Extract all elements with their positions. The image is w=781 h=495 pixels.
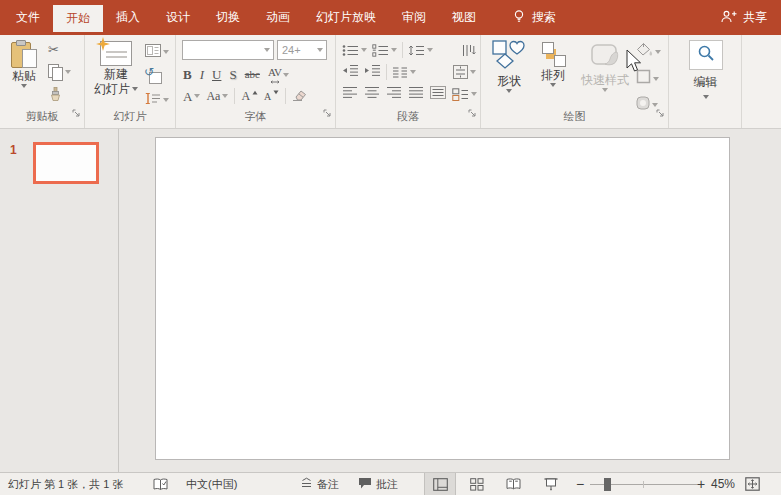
quick-styles-button[interactable]: 快速样式 — [577, 43, 633, 92]
slide-number: 1 — [10, 143, 17, 157]
tab-slideshow[interactable]: 幻灯片放映 — [303, 0, 389, 35]
tab-transitions[interactable]: 切换 — [203, 0, 253, 35]
strikethrough-button[interactable]: abc — [245, 67, 260, 82]
slides-group-label: 幻灯片 — [85, 109, 175, 124]
editing-label: 编辑 — [669, 75, 742, 89]
normal-view-button[interactable] — [424, 473, 456, 495]
font-name-combo[interactable] — [182, 40, 274, 60]
quick-styles-label: 快速样式 — [581, 73, 629, 87]
zoom-in-button[interactable]: + — [697, 473, 705, 495]
align-center-button[interactable] — [364, 85, 380, 103]
status-bar: 幻灯片 第 1 张，共 1 张 中文(中国) 备注 批注 − + 45% — [0, 472, 781, 495]
underline-button[interactable]: U — [212, 67, 221, 82]
new-slide-button[interactable]: 新建 幻灯片 — [90, 41, 142, 96]
drawing-dialog-launcher[interactable] — [656, 104, 665, 122]
drawing-group-label: 绘图 — [481, 109, 668, 124]
reset-slide-button[interactable]: ↺ — [145, 69, 162, 83]
format-painter-icon — [48, 87, 62, 106]
slideshow-view-button[interactable] — [535, 473, 567, 495]
zoom-out-button[interactable]: − — [576, 473, 584, 495]
text-direction-button[interactable] — [461, 44, 476, 57]
zoom-level[interactable]: 45% — [711, 473, 735, 495]
columns-button[interactable] — [392, 66, 416, 79]
character-spacing-button[interactable]: AV — [268, 65, 289, 84]
align-right-button[interactable] — [386, 85, 402, 103]
font-group: 24+ B I U S abc AV A Aa A A — [176, 35, 336, 128]
comments-button[interactable]: 批注 — [358, 473, 398, 495]
reading-view-button[interactable] — [497, 473, 529, 495]
search-label: 搜索 — [532, 9, 556, 26]
paragraph-group: 段落 — [336, 35, 481, 128]
clipboard-group: 粘贴 ✂ 剪贴板 — [0, 35, 85, 128]
font-color-button[interactable]: A — [183, 89, 200, 104]
share-person-icon — [721, 10, 737, 26]
numbering-button[interactable] — [372, 44, 397, 57]
paragraph-group-label: 段落 — [336, 109, 480, 124]
tab-design[interactable]: 设计 — [153, 0, 203, 35]
decrease-indent-button[interactable] — [342, 63, 359, 81]
distribute-button[interactable] — [430, 85, 446, 103]
section-button[interactable] — [145, 91, 169, 109]
language-button[interactable]: 中文(中国) — [186, 473, 237, 495]
cut-icon: ✂ — [48, 43, 59, 57]
tab-view[interactable]: 视图 — [439, 0, 489, 35]
paste-button[interactable]: 粘贴 — [5, 40, 43, 88]
zoom-slider-thumb[interactable] — [604, 478, 611, 491]
notes-icon — [300, 477, 313, 491]
slide-layout-icon — [145, 43, 161, 61]
clipboard-dialog-launcher[interactable] — [72, 104, 81, 122]
paragraph-dialog-launcher[interactable] — [468, 104, 477, 122]
text-shadow-button[interactable]: S — [229, 67, 236, 82]
workspace: 1 — [0, 129, 781, 472]
share-button[interactable]: 共享 — [721, 0, 767, 35]
new-slide-icon — [100, 41, 132, 66]
tab-file[interactable]: 文件 — [3, 0, 53, 35]
slide-thumbnail-panel: 1 — [0, 129, 119, 472]
grow-font-button[interactable]: A — [241, 89, 258, 104]
shapes-label: 形状 — [497, 74, 521, 88]
comments-icon — [358, 477, 372, 491]
spellcheck-button[interactable] — [153, 473, 168, 495]
shapes-icon — [492, 40, 526, 73]
convert-smartart-button[interactable] — [452, 88, 477, 101]
justify-button[interactable] — [408, 85, 424, 103]
tab-home[interactable]: 开始 — [53, 5, 103, 32]
line-spacing-button[interactable] — [408, 44, 433, 57]
paste-icon — [11, 40, 37, 68]
arrange-button[interactable]: 排列 — [533, 42, 573, 87]
font-size-combo[interactable]: 24+ — [277, 40, 327, 60]
tab-animations[interactable]: 动画 — [253, 0, 303, 35]
slide-canvas[interactable] — [155, 137, 730, 460]
notes-button[interactable]: 备注 — [300, 473, 339, 495]
bold-button[interactable]: B — [183, 67, 192, 82]
clear-formatting-button[interactable] — [292, 87, 307, 105]
new-slide-label-line2: 幻灯片 — [94, 82, 130, 96]
slide-sorter-view-button[interactable] — [461, 473, 493, 495]
shrink-font-button[interactable]: A — [264, 89, 279, 104]
shapes-button[interactable]: 形状 — [489, 40, 529, 93]
arrange-label: 排列 — [541, 68, 565, 82]
slide-thumbnail[interactable] — [33, 142, 99, 184]
copy-button[interactable] — [48, 64, 71, 80]
increase-indent-button[interactable] — [364, 63, 381, 81]
cut-button[interactable]: ✂ — [48, 43, 59, 57]
font-group-label: 字体 — [176, 109, 335, 124]
tab-insert[interactable]: 插入 — [103, 0, 153, 35]
share-label: 共享 — [743, 9, 767, 26]
align-text-button[interactable] — [453, 65, 476, 79]
tab-review[interactable]: 审阅 — [389, 0, 439, 35]
arrange-icon — [541, 42, 566, 67]
align-left-button[interactable] — [342, 85, 358, 103]
bullets-button[interactable] — [342, 44, 367, 57]
fit-slide-button[interactable] — [745, 473, 760, 495]
tell-me-search[interactable]: 搜索 — [499, 0, 569, 35]
font-dialog-launcher[interactable] — [323, 104, 332, 122]
slide-layout-button[interactable] — [145, 43, 169, 61]
new-slide-label-line1: 新建 — [104, 67, 128, 81]
change-case-button[interactable]: Aa — [206, 89, 228, 104]
italic-button[interactable]: I — [200, 67, 204, 82]
slides-group: 新建 幻灯片 ↺ 幻灯片 — [85, 35, 176, 128]
font-name-caret — [264, 48, 270, 52]
tab-bar: 文件 开始 插入 设计 切换 动画 幻灯片放映 审阅 视图 搜索 共享 — [0, 0, 781, 35]
format-painter-button[interactable] — [48, 87, 62, 106]
